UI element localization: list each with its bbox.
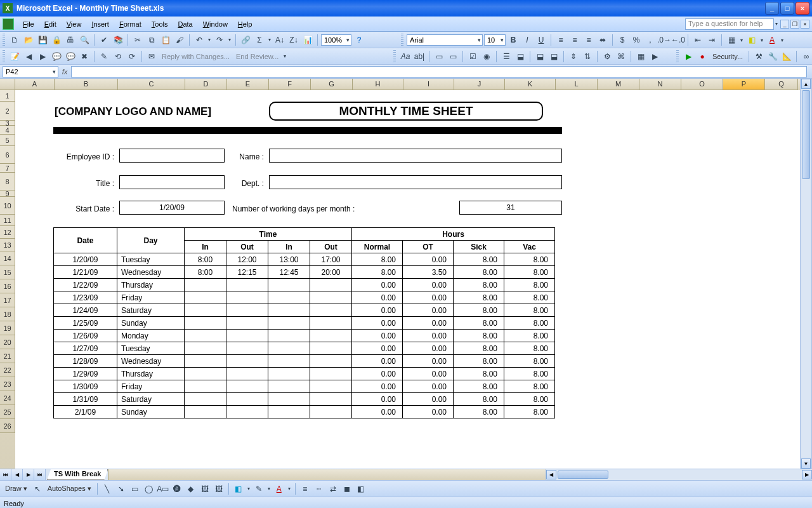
- table-row[interactable]: 1/24/09Saturday0.000.008.008.00: [54, 304, 555, 317]
- research-icon[interactable]: 📚: [112, 34, 124, 46]
- font-combo[interactable]: Arial: [407, 34, 483, 46]
- cell-date[interactable]: 1/25/09: [54, 317, 117, 330]
- cell-out1[interactable]: [226, 279, 268, 291]
- cell-in2[interactable]: [268, 342, 310, 355]
- scroll-left-icon[interactable]: ◀: [546, 470, 556, 479]
- cell-in1[interactable]: [185, 304, 226, 317]
- cell-in2[interactable]: [268, 317, 310, 330]
- vscroll-thumb[interactable]: [802, 90, 810, 179]
- cell-in2[interactable]: [268, 330, 310, 342]
- col-header-N[interactable]: N: [639, 79, 681, 90]
- cell-sick[interactable]: 8.00: [454, 279, 504, 291]
- show-all-comments-icon[interactable]: 💬: [64, 50, 77, 63]
- control-properties-icon[interactable]: ⚙: [601, 50, 613, 63]
- print-preview-icon[interactable]: 🔍: [78, 34, 91, 46]
- prev-comment-icon[interactable]: ◀: [22, 50, 35, 63]
- table-row[interactable]: 1/25/09Sunday0.000.008.008.00: [54, 317, 555, 330]
- combolist-control-icon[interactable]: ⬓: [534, 50, 546, 63]
- option-control-icon[interactable]: ◉: [480, 50, 493, 63]
- col-header-M[interactable]: M: [598, 79, 639, 90]
- cell-vac[interactable]: 8.00: [504, 330, 555, 342]
- row-header-1[interactable]: 1: [0, 90, 15, 102]
- timesheet-table[interactable]: Date Day Time Hours In Out In Out Normal…: [53, 227, 555, 418]
- table-row[interactable]: 2/1/09Sunday0.000.008.008.00: [54, 406, 555, 418]
- group-box-icon[interactable]: ▭: [433, 50, 445, 63]
- cell-out1[interactable]: [226, 406, 268, 418]
- cell-out1[interactable]: [226, 342, 268, 355]
- checkbox-control-icon[interactable]: ☑: [466, 50, 479, 63]
- row-header-17[interactable]: 17: [0, 293, 15, 307]
- cell-ot[interactable]: 3.50: [403, 266, 454, 279]
- row-header-22[interactable]: 22: [0, 363, 15, 377]
- menu-insert[interactable]: Insert: [86, 18, 114, 30]
- maximize-button[interactable]: □: [780, 2, 794, 15]
- cell-out1[interactable]: 12:00: [226, 253, 268, 266]
- line-icon[interactable]: ╲: [101, 483, 114, 495]
- col-header-H[interactable]: H: [353, 79, 403, 90]
- diagram-icon[interactable]: ◆: [185, 483, 197, 495]
- new-icon[interactable]: 🗋: [8, 34, 21, 46]
- track-changes-icon[interactable]: ⟲: [112, 50, 124, 63]
- cell-out2[interactable]: 17:00: [310, 253, 352, 266]
- row-header-4[interactable]: 4: [0, 126, 15, 135]
- cell-vac[interactable]: 8.00: [504, 317, 555, 330]
- clipart-icon[interactable]: 🖼: [199, 483, 211, 495]
- cell-vac[interactable]: 8.00: [504, 291, 555, 304]
- mdi-minimize-button[interactable]: _: [780, 20, 789, 29]
- align-center-icon[interactable]: ≡: [568, 34, 581, 46]
- cell-sick[interactable]: 8.00: [454, 406, 504, 418]
- cell-out1[interactable]: 12:15: [226, 266, 268, 279]
- cell-out1[interactable]: [226, 317, 268, 330]
- cell-ot[interactable]: 0.00: [403, 342, 454, 355]
- scroll-right-icon[interactable]: ▶: [802, 470, 812, 479]
- row-header-10[interactable]: 10: [0, 197, 15, 215]
- cell-vac[interactable]: 8.00: [504, 368, 555, 380]
- cell-out2[interactable]: [310, 380, 352, 393]
- cell-date[interactable]: 1/30/09: [54, 380, 117, 393]
- combo-control-icon[interactable]: ⬓: [514, 50, 527, 63]
- cell-normal[interactable]: 0.00: [352, 380, 403, 393]
- table-row[interactable]: 1/22/09Thursday0.000.008.008.00: [54, 279, 555, 291]
- toolbar-handle[interactable]: [3, 34, 5, 46]
- row-headers[interactable]: 1234567891011121314151617181920212223242…: [0, 90, 15, 469]
- input-dept[interactable]: [269, 175, 562, 189]
- toggle-grid-icon[interactable]: ▦: [634, 50, 647, 63]
- tab-prev-icon[interactable]: ◀: [11, 469, 23, 480]
- cell-ot[interactable]: 0.00: [403, 380, 454, 393]
- percent-icon[interactable]: %: [630, 34, 643, 46]
- cell-day[interactable]: Tuesday: [117, 342, 185, 355]
- menu-format[interactable]: Format: [114, 18, 147, 30]
- sort-asc-icon[interactable]: A↓: [273, 34, 286, 46]
- copy-icon[interactable]: ⧉: [145, 34, 158, 46]
- arrow-style-icon[interactable]: ⇄: [327, 483, 339, 495]
- cell-date[interactable]: 1/22/09: [54, 279, 117, 291]
- threed-icon[interactable]: ◧: [355, 483, 367, 495]
- cell-sick[interactable]: 8.00: [454, 266, 504, 279]
- autosum-icon[interactable]: Σ: [253, 34, 266, 46]
- oval-icon[interactable]: ◯: [143, 483, 155, 495]
- column-headers[interactable]: ABCDEFGHIJKLMNOPQ: [15, 79, 800, 90]
- table-row[interactable]: 1/30/09Friday0.000.008.008.00: [54, 380, 555, 393]
- vertical-scrollbar[interactable]: ▲ ▼: [800, 79, 811, 469]
- underline-icon[interactable]: U: [535, 34, 547, 46]
- undo-icon[interactable]: ↶: [193, 34, 206, 46]
- col-header-P[interactable]: P: [723, 79, 765, 90]
- table-row[interactable]: 1/31/09Saturday0.000.008.008.00: [54, 393, 555, 406]
- cell-out1[interactable]: [226, 368, 268, 380]
- cell-day[interactable]: Saturday: [117, 304, 185, 317]
- new-comment-icon[interactable]: 📝: [8, 50, 21, 63]
- toolbar-handle[interactable]: [401, 34, 403, 46]
- cell-in2[interactable]: [268, 406, 310, 418]
- comma-icon[interactable]: ,: [644, 34, 657, 46]
- zoom-combo[interactable]: 100%: [321, 34, 351, 46]
- col-header-D[interactable]: D: [185, 79, 227, 90]
- cell-out1[interactable]: [226, 304, 268, 317]
- textbox-icon[interactable]: A▭: [157, 483, 169, 495]
- shadow-icon[interactable]: ◼: [341, 483, 353, 495]
- design-mode-icon[interactable]: 📐: [780, 50, 793, 63]
- menu-file[interactable]: File: [18, 18, 39, 30]
- align-right-icon[interactable]: ≡: [582, 34, 595, 46]
- row-header-14[interactable]: 14: [0, 251, 15, 265]
- cell-in2[interactable]: 13:00: [268, 253, 310, 266]
- redo-dropdown-icon[interactable]: ▾: [227, 37, 232, 43]
